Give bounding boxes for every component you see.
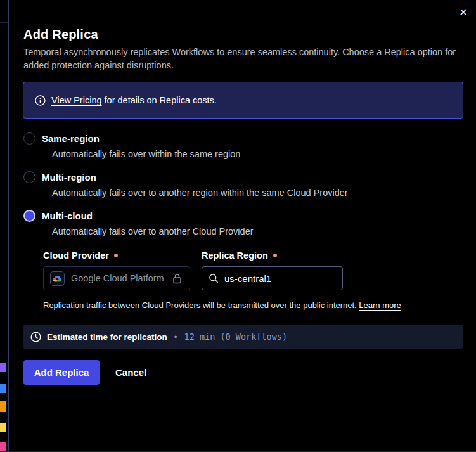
background-color-swatch (0, 401, 6, 412)
estimate-separator: • (174, 332, 177, 342)
cloud-provider-label: Cloud Provider (43, 250, 118, 261)
label-text: Cloud Provider (43, 250, 109, 261)
option-label: Multi-cloud (42, 210, 93, 221)
replica-region-field[interactable] (202, 266, 343, 290)
close-icon[interactable]: ✕ (456, 6, 470, 20)
estimate-value: 12 min (0 Workflows) (184, 332, 288, 342)
option-description: Automatically fails over to another regi… (52, 188, 348, 198)
option-multi-region: Multi-region Automatically fails over to… (23, 171, 348, 198)
replica-region-input[interactable] (224, 273, 336, 284)
cloud-provider-value: Google Cloud Platform (71, 273, 166, 283)
replica-region-label: Replica Region (202, 250, 277, 261)
option-label: Same-region (42, 133, 100, 144)
search-icon (209, 273, 219, 283)
radio-multi-cloud[interactable]: Multi-cloud (23, 210, 254, 222)
radio-unchecked-icon[interactable] (23, 171, 35, 183)
estimated-time-banner: Estimated time for replication • 12 min … (23, 325, 463, 349)
pricing-info-banner: View Pricing for details on Replica cost… (23, 82, 463, 119)
pricing-banner-rest: for details on Replica costs. (102, 95, 217, 105)
required-dot-icon (273, 254, 277, 257)
required-dot-icon (114, 254, 118, 257)
add-replica-button[interactable]: Add Replica (23, 360, 100, 385)
label-text: Replica Region (202, 250, 268, 261)
note-text: Replication traffic between Cloud Provid… (43, 300, 359, 310)
option-label: Multi-region (42, 172, 96, 183)
view-pricing-link[interactable]: View Pricing (51, 95, 102, 105)
cloud-provider-select[interactable]: Google Cloud Platform (43, 266, 190, 290)
add-replica-modal: ✕ Add Replica Temporal asynchronously re… (9, 0, 476, 452)
option-multi-cloud: Multi-cloud Automatically fails over to … (23, 210, 254, 236)
lock-icon (172, 273, 182, 284)
cancel-button[interactable]: Cancel (106, 360, 155, 385)
radio-unchecked-icon[interactable] (23, 132, 35, 145)
modal-description: Temporal asynchronously replicates Workf… (23, 46, 467, 72)
learn-more-link[interactable]: Learn more (359, 300, 401, 310)
public-internet-note: Replication traffic between Cloud Provid… (43, 300, 401, 310)
gcp-logo-icon (50, 271, 65, 286)
pricing-banner-text: View Pricing for details on Replica cost… (51, 95, 217, 105)
estimate-label: Estimated time for replication (47, 332, 167, 342)
option-same-region: Same-region Automatically fails over wit… (23, 132, 240, 159)
radio-multi-region[interactable]: Multi-region (23, 171, 348, 183)
option-description: Automatically fails over to another Clou… (52, 226, 254, 236)
background-row-divider (0, 122, 8, 122)
background-color-swatch (0, 423, 6, 432)
background-color-swatch (0, 384, 6, 393)
page-title: Add Replica (23, 27, 98, 42)
radio-same-region[interactable]: Same-region (23, 132, 240, 145)
clock-icon (30, 332, 41, 342)
page: ✕ Add Replica Temporal asynchronously re… (0, 0, 476, 452)
radio-checked-icon[interactable] (23, 210, 35, 222)
background-row-divider (0, 22, 8, 23)
background-color-swatch (0, 363, 6, 372)
info-icon (35, 95, 46, 106)
option-description: Automatically fails over within the same… (52, 149, 240, 159)
